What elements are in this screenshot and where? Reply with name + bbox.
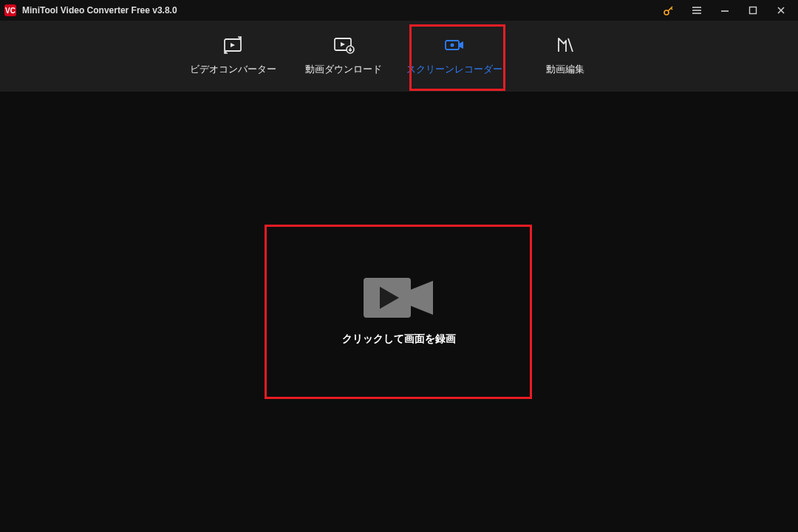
app-title: MiniTool Video Converter Free v3.8.0 — [22, 5, 177, 16]
svg-line-2 — [671, 8, 672, 10]
svg-rect-7 — [750, 7, 757, 14]
tab-video-converter[interactable]: ビデオコンバーター — [177, 27, 288, 85]
svg-line-19 — [568, 38, 573, 52]
close-icon — [776, 5, 786, 16]
tab-video-edit[interactable]: 動画編集 — [510, 27, 621, 85]
titlebar: VC MiniTool Video Converter Free v3.8.0 — [0, 0, 798, 21]
svg-marker-18 — [459, 41, 463, 49]
convert-icon — [222, 36, 244, 54]
tab-screen-recorder[interactable]: スクリーンレコーダー — [399, 27, 510, 85]
svg-marker-21 — [411, 281, 433, 315]
record-screen-button[interactable]: クリックして画面を録画 — [266, 225, 532, 398]
record-cta-label: クリックして画面を録画 — [342, 332, 456, 346]
hamburger-icon — [691, 4, 703, 16]
tab-label: ビデオコンバーター — [190, 63, 276, 76]
tab-label: 動画編集 — [546, 63, 584, 76]
svg-marker-11 — [231, 43, 235, 47]
camera-icon — [443, 36, 466, 54]
svg-point-17 — [451, 44, 454, 47]
minimize-icon — [720, 5, 730, 16]
key-icon — [663, 4, 675, 16]
upgrade-key-button[interactable] — [655, 0, 683, 21]
maximize-button[interactable] — [739, 0, 767, 21]
menu-button[interactable] — [683, 0, 711, 21]
work-area: クリックして画面を録画 — [0, 92, 798, 532]
close-button[interactable] — [767, 0, 795, 21]
tab-label: 動画ダウンロード — [305, 63, 382, 76]
maximize-icon — [748, 6, 757, 15]
app-logo: VC — [4, 4, 16, 16]
edit-icon — [554, 36, 576, 54]
download-icon — [332, 36, 355, 54]
tab-label: スクリーンレコーダー — [406, 63, 502, 76]
minimize-button[interactable] — [711, 0, 739, 21]
titlebar-actions — [655, 0, 795, 21]
record-camera-icon — [362, 276, 436, 319]
tab-bar: ビデオコンバーター 動画ダウンロード スクリーンレコーダー — [0, 21, 798, 92]
svg-marker-13 — [341, 42, 345, 47]
tab-video-download[interactable]: 動画ダウンロード — [288, 27, 399, 85]
